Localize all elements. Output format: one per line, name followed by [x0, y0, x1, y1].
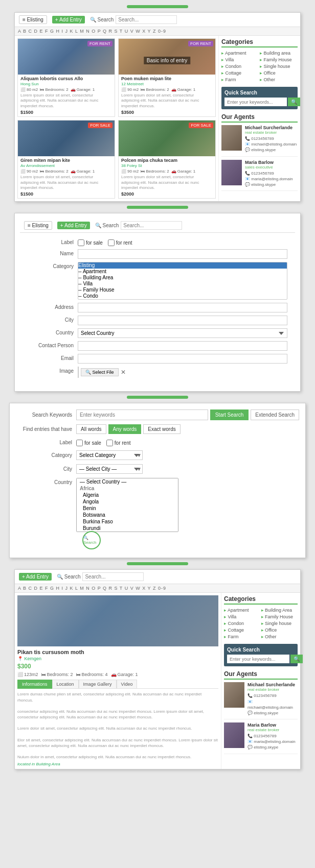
- card-beds: 🛏 Bedrooms: 2: [141, 87, 169, 92]
- any-words-button[interactable]: Any words: [108, 424, 142, 434]
- quick-search-input[interactable]: [224, 98, 287, 106]
- category-item[interactable]: Condon: [224, 620, 261, 626]
- category-item[interactable]: Cottage: [221, 70, 259, 76]
- category-select[interactable]: Elisting -- Apartment -- Building Area -…: [78, 262, 287, 300]
- category-item[interactable]: Farm: [224, 634, 261, 640]
- category-item[interactable]: Single house: [261, 620, 298, 626]
- nav-add-entry-btn[interactable]: + Add Entry: [52, 16, 85, 23]
- nav-search-input[interactable]: [116, 15, 177, 24]
- select-file-button[interactable]: 🔍 Select File: [81, 368, 119, 376]
- tab-image-gallery[interactable]: Image Gallery: [79, 680, 117, 689]
- for-rent-checkbox[interactable]: [106, 440, 113, 446]
- search-label-radio-group: for sale for rent: [76, 438, 130, 446]
- category-item[interactable]: Single house: [260, 63, 298, 69]
- nav-listing-btn[interactable]: ≡ Elisting: [19, 15, 47, 24]
- for-sale-check[interactable]: for sale: [76, 440, 101, 446]
- country-option-benin[interactable]: Benin: [77, 505, 178, 512]
- clear-file-button[interactable]: ✕: [121, 369, 126, 376]
- card-badge: FOR RENT: [87, 41, 112, 46]
- card-stats: ⬜ 90 m2 🛏 Bedrooms: 2 🚗 Garage: 1: [121, 169, 213, 174]
- for-sale-checkbox[interactable]: [76, 440, 83, 446]
- category-option-elisting[interactable]: Elisting: [78, 262, 287, 269]
- category-item[interactable]: Apartment: [221, 50, 259, 56]
- category-option-family[interactable]: -- Family House: [78, 287, 287, 293]
- for-sale-checkbox[interactable]: [78, 239, 84, 246]
- city-input[interactable]: [78, 316, 287, 325]
- category-select[interactable]: Select Category: [76, 450, 143, 460]
- exact-words-button[interactable]: Exact words: [143, 424, 180, 434]
- section4-property-detail: + Add Entry 🔍 Search A B C D E F G H I J…: [14, 569, 301, 769]
- quick-search-button[interactable]: 🔍: [288, 98, 300, 106]
- category-item[interactable]: Apartment: [224, 607, 261, 613]
- name-row: Name: [28, 249, 287, 259]
- quick-search-title: Quick Search: [227, 647, 295, 653]
- country-dropdown[interactable]: — Select Country — Africa Algeria Angola…: [76, 478, 178, 532]
- extended-search-button[interactable]: Extended Search: [251, 409, 299, 420]
- category-item[interactable]: Villa: [221, 57, 259, 63]
- country-option-burkina[interactable]: Burkina Faso: [77, 518, 178, 525]
- nav-add-entry-btn[interactable]: + Add Entry: [19, 573, 52, 581]
- keywords-input[interactable]: [76, 409, 208, 420]
- tab-video[interactable]: Video: [117, 680, 138, 689]
- search-keywords-group: Start Search Extended Search: [76, 409, 299, 420]
- contact-input[interactable]: [78, 341, 287, 351]
- all-words-button[interactable]: All words: [76, 424, 106, 434]
- quick-search-section: Quick Search 🔍: [221, 87, 298, 109]
- country-option-algeria[interactable]: Algeria: [77, 492, 178, 498]
- nav-search-input[interactable]: [121, 221, 182, 230]
- category-field-label: Category: [16, 452, 72, 458]
- card-body: Aliquam lobortis cursus Allo Hong Sun ⬜ …: [18, 75, 115, 116]
- card-location: 38 Foley St: [121, 163, 213, 168]
- card-title: Polcen mipa chuka tecam: [121, 158, 213, 163]
- tab-location[interactable]: Location: [52, 680, 79, 689]
- quick-search-input[interactable]: [227, 655, 289, 663]
- country-select[interactable]: Select Country: [78, 328, 287, 338]
- country-option-botswana[interactable]: Botswana: [77, 512, 178, 518]
- category-item[interactable]: Other: [261, 634, 298, 640]
- agent-photo: [224, 722, 244, 748]
- category-item[interactable]: Cottage: [224, 627, 261, 633]
- country-default[interactable]: — Select Country —: [77, 478, 178, 485]
- nav-listing-btn[interactable]: ≡ Elisting: [24, 221, 52, 230]
- search-circle-button[interactable]: 🔍 Search: [82, 531, 101, 549]
- category-item[interactable]: Villa: [224, 614, 261, 620]
- country-option-angola[interactable]: Angola: [77, 498, 178, 505]
- search-label-row: Label for sale for rent: [16, 438, 299, 446]
- top-divider: [127, 5, 188, 8]
- email-input[interactable]: [78, 354, 287, 364]
- category-field-label: Category: [28, 262, 74, 269]
- category-item[interactable]: Family House: [261, 614, 298, 620]
- start-search-button[interactable]: Start Search: [210, 409, 249, 420]
- category-option-apartment[interactable]: -- Apartment: [78, 269, 287, 275]
- for-rent-radio[interactable]: for rent: [108, 239, 132, 246]
- category-item[interactable]: Other: [260, 77, 298, 83]
- agent-skype: 💬 elisting.skype: [245, 182, 293, 187]
- mid-divider1: [127, 206, 188, 209]
- for-rent-checkbox[interactable]: [108, 239, 115, 246]
- category-item[interactable]: Office: [260, 70, 298, 76]
- card-image: FOR SALE: [18, 120, 115, 156]
- tab-informations[interactable]: Informations: [17, 680, 52, 689]
- category-item[interactable]: Family House: [260, 57, 298, 63]
- category-item[interactable]: Building area: [260, 50, 298, 56]
- category-item[interactable]: Farm: [221, 77, 259, 83]
- nav-add-entry-btn[interactable]: + Add Entry: [57, 222, 90, 229]
- card-title: Giren miten mipan kite: [20, 158, 112, 163]
- for-rent-check[interactable]: for rent: [106, 440, 131, 446]
- nav-search-input[interactable]: [82, 572, 144, 581]
- card-image: FOR RENT Basic info of entry: [119, 39, 215, 75]
- find-entries-label: Find entries that have: [16, 426, 72, 432]
- category-option-condo[interactable]: -- Condo: [78, 293, 287, 299]
- name-input[interactable]: [78, 249, 287, 259]
- search-icon-label: 🔍 Search: [90, 17, 114, 22]
- category-item[interactable]: Condon: [221, 63, 259, 69]
- for-sale-radio[interactable]: for sale: [78, 239, 103, 246]
- quick-search-button[interactable]: 🔍: [290, 655, 303, 663]
- category-option-villa[interactable]: -- Villa: [78, 281, 287, 287]
- category-item[interactable]: Office: [261, 627, 298, 633]
- address-input[interactable]: [78, 303, 287, 312]
- city-select[interactable]: — Select City —: [76, 464, 143, 474]
- category-option-building[interactable]: -- Building Area: [78, 275, 287, 281]
- category-item[interactable]: Building Area: [261, 607, 298, 613]
- alpha-bar: A B C D E F G H I J K L M N O P Q R S T …: [15, 584, 300, 593]
